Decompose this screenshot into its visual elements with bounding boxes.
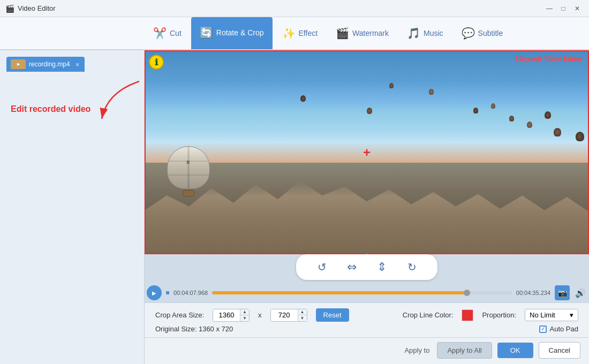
proportion-value: No Limit [530,311,555,319]
proportion-label: Proportion: [482,311,516,319]
file-name: recording.mp4 [29,60,70,68]
effect-icon: ✨ [282,27,296,40]
main-balloon: R [167,146,210,197]
balloon-9 [527,122,532,128]
ok-button[interactable]: OK [497,343,533,358]
rotate-controls: ↺ ⇔ ⇕ ↻ [296,254,437,280]
crop-width-field[interactable] [213,309,240,321]
left-sidebar: ▶ recording.mp4 × Edit recorded video [0,50,145,364]
tab-effect-label: Effect [299,29,318,37]
tab-cut[interactable]: ✂️ Cut [145,17,190,49]
balloon-3 [429,89,434,95]
balloon-11 [576,132,584,141]
minimize-button[interactable]: — [543,2,556,15]
info-icon[interactable]: ℹ [149,55,164,70]
crop-settings-row2: Original Size: 1360 x 720 Auto Pad [145,324,589,337]
reset-button[interactable]: Reset [316,308,349,322]
crosshair: + [363,145,371,160]
play-button[interactable]: ▶ [147,285,162,300]
tab-rotate-label: Rotate & Crop [216,28,264,37]
balloon-1 [300,95,306,102]
tab-subtitle-label: Subtitle [478,29,503,37]
balloon-6 [491,103,495,109]
pause-indicator [166,291,169,294]
main-area: ▶ recording.mp4 × Edit recorded video [0,50,589,364]
video-preview: R + Ukeysoft Video Editor ℹ [145,50,589,254]
rocky-formation [145,181,589,254]
file-thumbnail: ▶ [11,59,26,69]
rotate-icon: 🔄 [200,26,213,39]
playback-bar: ▶ 00:04:07.968 00:04:35.234 📷 🔊 [145,283,589,302]
tab-bar: ✂️ Cut 🔄 Rotate & Crop ✨ Effect 🎬 Waterm… [0,17,589,50]
annotation-text: Edit recorded video [11,104,90,115]
tab-music-label: Music [424,29,443,37]
flip-vertical-button[interactable]: ⇕ [372,257,391,277]
tab-watermark[interactable]: 🎬 Watermark [327,17,397,49]
balloon-5 [473,108,478,113]
file-close-button[interactable]: × [75,60,80,69]
window-title: Video Editor [18,4,56,12]
size-separator: x [258,311,262,319]
arrow-annotation [96,76,150,126]
crop-color-label: Crop Line Color: [403,311,454,319]
crop-width-down[interactable]: ▼ [240,315,249,321]
volume-button[interactable]: 🔊 [574,286,587,299]
crop-height-up[interactable]: ▲ [298,309,307,315]
rotate-right-button[interactable]: ↻ [402,257,421,277]
crop-settings-row1: Crop Area Size: ▲ ▼ x ▲ ▼ Reset [145,303,589,324]
progress-fill [212,291,467,294]
crop-height-field[interactable] [271,309,298,321]
title-bar: 🎬 Video Editor — □ ✕ [0,0,589,17]
proportion-select[interactable]: No Limit ▾ [525,309,578,321]
crop-settings-panel: Crop Area Size: ▲ ▼ x ▲ ▼ Reset [145,302,589,337]
rotate-left-button[interactable]: ↺ [312,257,331,277]
window-controls: — □ ✕ [543,2,584,15]
action-row: Apply to Apply to All OK Cancel [145,337,589,364]
video-container: R + Ukeysoft Video Editor ℹ [145,50,589,254]
crop-width-input[interactable]: ▲ ▼ [213,309,250,322]
crop-width-spinners: ▲ ▼ [240,309,249,321]
auto-pad-row: Auto Pad [539,325,579,333]
crop-size-label: Crop Area Size: [155,311,204,319]
balloon-2 [389,83,394,88]
auto-pad-checkbox[interactable] [539,325,547,333]
crop-height-input[interactable]: ▲ ▼ [270,309,307,322]
crop-height-spinners: ▲ ▼ [298,309,307,321]
file-tab[interactable]: ▶ recording.mp4 × [6,57,85,72]
ground-bg [145,163,589,254]
right-panel: R + Ukeysoft Video Editor ℹ [145,50,589,364]
rotate-controls-area: ▾ ↺ ⇔ ⇕ ↻ ▶ 00:04:07.968 00:04:35.234 � [145,254,589,302]
tab-music[interactable]: 🎵 Music [398,17,452,49]
auto-pad-label: Auto Pad [550,325,579,333]
watermark-icon: 🎬 [336,27,349,40]
time-current: 00:04:07.968 [173,290,208,296]
crop-height-down[interactable]: ▼ [298,315,307,321]
original-size-label: Original Size: 1360 x 720 [155,325,233,333]
title-bar-left: 🎬 Video Editor [5,4,56,13]
watermark-text: Ukeysoft Video Editor [515,55,583,63]
balloon-10 [554,128,561,136]
tab-watermark-label: Watermark [352,29,389,37]
screenshot-button[interactable]: 📷 [555,285,570,300]
crop-width-up[interactable]: ▲ [240,309,249,315]
music-icon: 🎵 [407,27,420,40]
balloon-7 [509,116,514,122]
progress-bar[interactable] [212,291,512,294]
tab-cut-label: Cut [170,29,182,37]
subtitle-icon: 💬 [462,27,475,40]
apply-to-all-button[interactable]: Apply to All [437,342,492,359]
flip-horizontal-button[interactable]: ⇔ [342,257,361,277]
color-swatch[interactable] [462,309,473,321]
progress-handle[interactable] [464,290,470,296]
time-total: 00:04:35.234 [516,290,550,296]
maximize-button[interactable]: □ [557,2,570,15]
tab-rotate[interactable]: 🔄 Rotate & Crop [191,17,273,49]
tab-effect[interactable]: ✨ Effect [274,17,327,49]
balloon-4 [367,108,372,114]
cancel-button[interactable]: Cancel [539,342,580,359]
close-button[interactable]: ✕ [571,2,584,15]
tab-subtitle[interactable]: 💬 Subtitle [453,17,512,49]
balloon-8 [545,111,551,119]
apply-to-label: Apply to [404,346,429,354]
cut-icon: ✂️ [153,27,167,40]
